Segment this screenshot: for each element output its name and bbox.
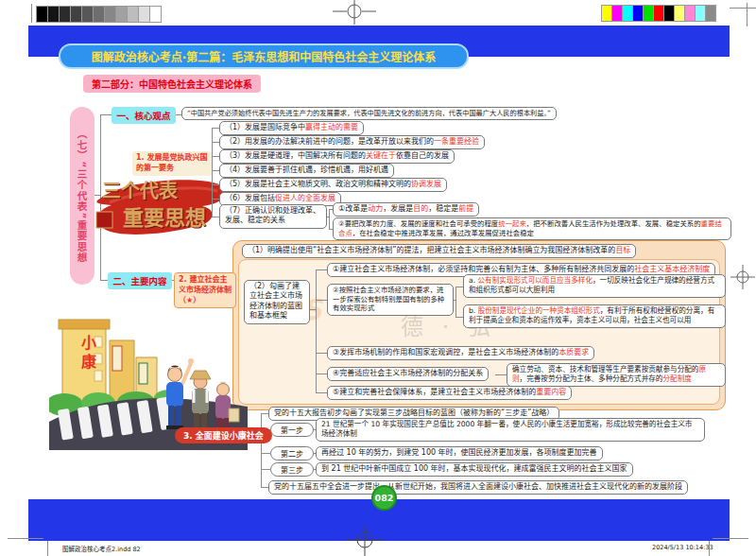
node3-badge: 3. 全面建设小康社会 [175,427,272,443]
development-item: （2）用发展的办法解决前进中的问题，是改革开放以来我们的一条重要经验 [219,135,485,149]
connector-line [212,199,219,200]
crop-mark [709,541,710,556]
market-economy-point: （2）勾画了建立社会主义市场经济体制的蓝图和基本框架 [244,280,310,324]
connector-line [100,114,112,115]
connector-line [495,374,507,375]
building-sign-text: 小康 [76,335,98,373]
grayscale-calibration-strip [36,6,162,23]
registration-cross-bottom [346,524,384,556]
connector-line [316,269,327,270]
crop-mark [8,538,43,539]
page-title: 图解政治核心考点·第二篇：毛泽东思想和中国特色社会主义理论体系 [92,48,437,64]
section-badge: 第二部分：中国特色社会主义理论体系 [83,75,261,93]
crop-mark [713,538,748,539]
connector-line [316,269,317,393]
book-page: 图解政治核心考点·第二篇：毛泽东思想和中国特色社会主义理论体系 第二部分：中国特… [0,0,756,556]
development-item: （7）正确认识和处理改革、发展、稳定的关系 [219,204,327,229]
framework-point: ②按照社会主义市场经济的要求，进一步探索公有制特别是国有制的多种有效实现形式 [327,284,454,316]
ownership-point-b: b. 股份制是现代企业的一种资本组织形式，有利于所有权和经营权的分离，有利于提高… [463,304,726,328]
step3-text: 到 21 世纪中叶新中国成立 100 年时，基本实现现代化，建成富强民主文明的社… [316,462,633,477]
development-item: （1）发展是国际竞争中赢得主动的需要 [219,121,364,135]
registration-cross-top [333,0,376,25]
reform-relation-point: ②要把改革的力度、发展的速度和社会可承受的程度统一起来，把不断改善人民生活作为处… [333,217,731,240]
connector-line [316,353,327,354]
color-calibration-strip [601,5,716,22]
footer-file-info: 图解政治核心考点2.indd 82 [62,544,141,553]
development-item: （3）发展是硬道理，中国解决所有问题的关键在于依靠自己的发展 [219,149,455,164]
three-step-outro: 党的十五届五中全会进一步提出，从新世纪开始，我国将进入全面建设小康社会、加快推进… [268,480,688,495]
market-economy-point: （1）明确提出使用“社会主义市场经济体制”的提法，把建立社会主义市场经济体制确立… [242,244,636,258]
connector-line [212,128,219,129]
connector-line [261,487,268,488]
framework-point: ④完善适应社会主义市场经济体制的分配关系 [327,367,489,381]
development-item: （5）发展是社会主义物质文明、政治文明和精神文明的协调发展 [219,178,447,192]
core-viewpoint-label: 一、核心观点 [112,107,176,124]
connector-line [212,170,219,171]
crop-mark [730,8,756,9]
footer-timestamp: 2024/5/13 10:14:33 [652,544,713,551]
reform-relation-point: ①改革是动力，发展是目的，稳定是前提 [333,202,479,217]
connector-line [455,317,463,318]
connector-line [212,142,219,143]
framework-point: ③发挥市场机制的作用和国家宏观调控，是社会主义市场经济体制的本质要求 [327,346,594,360]
core-quote-box: “中国共产党必须始终代表中国先进生产力的发展要求，代表中国先进文化的前进方向，代… [181,107,557,120]
registration-cross-right [730,265,755,289]
calligraphy-line2: 重要思想 [123,200,206,231]
main-content-label: 二、主要内容 [108,272,172,289]
step2-text: 再经过 10 年的努力，到建党 100 年时，使国民经济更加发展，各项制度更加完… [316,446,603,460]
page-title-pill: 图解政治核心考点·第二篇：毛泽东思想和中国特色社会主义理论体系 [59,43,469,69]
page-number-badge: 082 [371,485,397,511]
connector-line [316,374,327,374]
step1-text: 21 世纪第一个 10 年实现国民生产总值比 2000 年翻一番，使人民的小康生… [316,418,705,442]
crop-mark [47,541,48,556]
connector-line [261,453,270,454]
connector-line [212,217,219,217]
step2-badge: 第二步 [270,446,314,460]
chapter-side-tab-label: （七）“三个代表”重要思想 [76,129,90,263]
connector-line [261,469,270,470]
connector-line [455,287,463,287]
connector-line [329,209,330,229]
connector-line [455,287,456,317]
connector-line [261,413,268,414]
connector-line [316,392,327,393]
connector-line [100,280,108,281]
step1-badge: 第一步 [270,423,314,437]
connector-line [212,184,219,185]
connector-line [212,156,219,157]
connector-line [261,413,262,487]
distribution-detail: 确立劳动、资本、技术和管理等生产要素按贡献参与分配的原则，完善按劳分配为主体、多… [507,363,726,387]
development-item: （4）发展要善于抓住机遇，珍惜机遇，用好机遇 [219,164,394,178]
calligraphy-line1: 三个代表 [102,176,178,203]
crop-mark [31,4,32,23]
ownership-point-a: a. 公有制实现形式可以而且应当多样化，一切反映社会化生产规律的经营方式和组织形… [463,274,726,298]
node1-badge: 1. 发展是党执政兴国的第一要务 [132,151,212,176]
crop-mark [747,3,747,26]
node2-badge: 2. 建立社会主义市场经济体制（★） [174,272,236,308]
framework-point: ⑤建立和完善社会保障体系，是建立社会主义市场经济体制的重要内容 [327,386,572,400]
step3-badge: 第三步 [270,462,314,477]
connector-line [316,300,327,301]
